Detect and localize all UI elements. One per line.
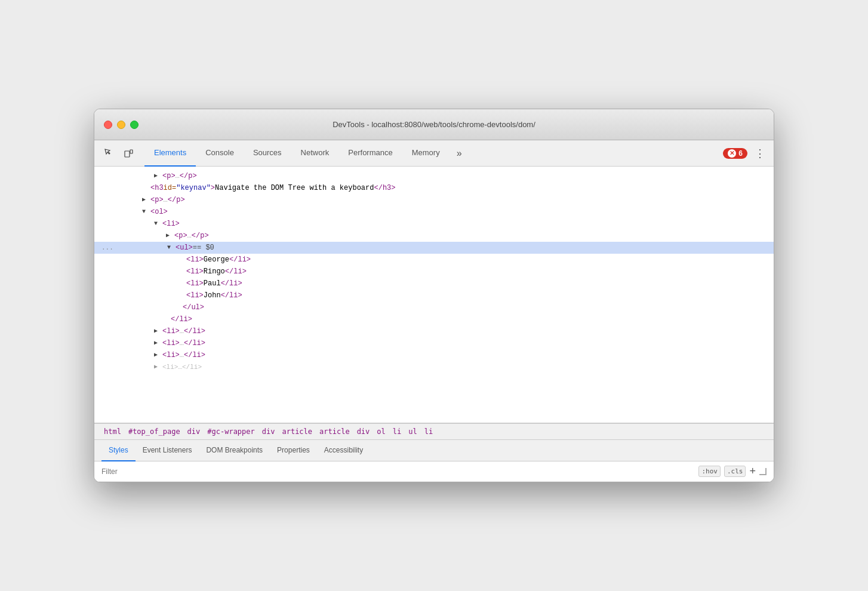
tab-elements[interactable]: Elements [144,140,196,167]
breadcrumb-article2[interactable]: article [317,426,352,437]
cls-button[interactable]: .cls [724,466,746,477]
dom-line-16[interactable]: ▶ <li>…</li> [94,349,774,361]
expand-arrow-4[interactable]: ▼ [142,207,150,217]
resize-handle[interactable] [759,468,767,475]
minimize-button[interactable] [117,121,125,129]
bottom-tab-event-listeners[interactable]: Event Listeners [136,440,199,461]
tab-overflow-button[interactable]: » [452,146,467,161]
dom-panel: ▶ <p>…</p> <h3 id="keynav">Navigate the … [94,167,774,423]
expand-arrow-17[interactable]: ▶ [154,362,162,373]
tab-bar: Elements Console Sources Network Perform… [144,140,721,167]
traffic-lights [104,121,138,129]
breadcrumb-li1[interactable]: li [390,426,404,437]
toolbar-icons [99,144,137,162]
breadcrumb-gc-wrapper[interactable]: #gc-wrapper [205,426,257,437]
expand-arrow-15[interactable]: ▶ [154,338,162,349]
dom-line-13[interactable]: </li> [94,313,774,325]
expand-arrow-16[interactable]: ▶ [154,350,162,361]
expand-arrow-7[interactable]: ▼ [167,242,176,253]
bottom-tab-dom-breakpoints[interactable]: DOM Breakpoints [199,440,270,461]
breadcrumb-article1[interactable]: article [279,426,315,437]
expand-arrow-1[interactable]: ▶ [154,171,162,181]
dom-line-1[interactable]: ▶ <p>…</p> [94,170,774,182]
dom-line-10[interactable]: <li>Paul</li> [94,278,774,290]
dom-line-3[interactable]: ▶ <p>…</p> [94,194,774,206]
dom-line-9[interactable]: <li>Ringo</li> [94,266,774,278]
expand-arrow-5[interactable]: ▼ [154,218,162,229]
bottom-tab-accessibility[interactable]: Accessibility [317,440,370,461]
tab-console[interactable]: Console [196,140,244,167]
dom-line-14[interactable]: ▶ <li>…</li> [94,325,774,337]
dom-line-12[interactable]: </ul> [94,301,774,313]
dom-line-6[interactable]: ▶ <p>…</p> [94,230,774,242]
breadcrumb-div1[interactable]: div [185,426,203,437]
breadcrumb-html[interactable]: html [101,426,124,437]
titlebar: DevTools - localhost:8080/web/tools/chro… [94,109,774,140]
toolbar: Elements Console Sources Network Perform… [94,140,774,167]
breadcrumb-bar: html #top_of_page div #gc-wrapper div ar… [94,423,774,440]
device-toggle-button[interactable] [119,144,137,162]
dom-line-4[interactable]: ▼ <ol> [94,206,774,218]
svg-rect-0 [125,151,130,157]
devtools-window: DevTools - localhost:8080/web/tools/chro… [94,109,774,482]
breadcrumb-top_of_page[interactable]: #top_of_page [126,426,183,437]
tab-memory[interactable]: Memory [402,140,450,167]
close-button[interactable] [104,121,112,129]
breadcrumb-li2[interactable]: li [422,426,435,437]
tab-network[interactable]: Network [291,140,339,167]
dom-line-8[interactable]: <li>George</li> [94,254,774,266]
filter-input[interactable] [101,467,694,476]
expand-arrow-3[interactable]: ▶ [142,195,150,205]
dom-line-2[interactable]: <h3 id="keynav">Navigate the DOM Tree wi… [94,182,774,194]
selected-dots: ... [101,242,113,253]
expand-arrow-6[interactable]: ▶ [166,230,174,241]
breadcrumb-ul[interactable]: ul [406,426,419,437]
dom-line-17[interactable]: ▶ <li>…</li> [94,361,774,373]
error-badge[interactable]: ✕ 6 [723,148,747,159]
tab-sources[interactable]: Sources [244,140,291,167]
inspect-element-button[interactable] [99,144,117,162]
filter-bar: :hov .cls + [94,461,774,482]
bottom-tab-styles[interactable]: Styles [101,440,136,461]
breadcrumb-div3[interactable]: div [355,426,373,437]
tab-performance[interactable]: Performance [338,140,402,167]
bottom-tab-properties[interactable]: Properties [270,440,317,461]
breadcrumb-div2[interactable]: div [260,426,278,437]
add-style-rule-button[interactable]: + [749,465,756,478]
toolbar-right: ✕ 6 ⋮ [723,144,769,162]
error-x-icon: ✕ [728,149,736,158]
devtools-menu-button[interactable]: ⋮ [751,144,769,162]
window-title: DevTools - localhost:8080/web/tools/chro… [333,120,535,129]
filter-actions: :hov .cls + [698,465,767,478]
dom-line-7[interactable]: ... ▼ <ul> == $0 [94,242,774,254]
maximize-button[interactable] [130,121,138,129]
dom-line-5[interactable]: ▼ <li> [94,218,774,230]
expand-arrow-14[interactable]: ▶ [154,326,162,337]
bottom-panel-tabs: Styles Event Listeners DOM Breakpoints P… [94,440,774,461]
dom-line-11[interactable]: <li>John</li> [94,290,774,301]
svg-rect-1 [130,150,133,153]
dom-line-15[interactable]: ▶ <li>…</li> [94,337,774,349]
hov-button[interactable]: :hov [698,466,721,477]
breadcrumb-ol[interactable]: ol [374,426,387,437]
